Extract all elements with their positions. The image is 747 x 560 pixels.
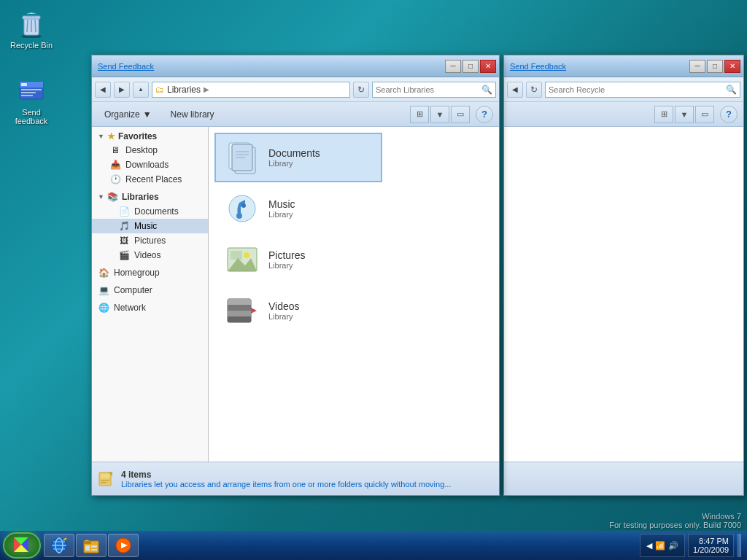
documents-nav-icon: 📄 [118, 206, 130, 217]
nav-desktop[interactable]: 🖥 Desktop [92, 143, 208, 158]
start-button[interactable] [3, 532, 41, 559]
back-button[interactable]: ◀ [95, 82, 111, 98]
recycle-title-bar: Send Feedback ─ □ ✕ [504, 55, 743, 77]
svg-rect-32 [228, 316, 251, 322]
recycle-preview-button[interactable]: ▭ [695, 106, 714, 123]
nav-computer-label: Computer [114, 285, 152, 295]
win7-line1: Windows 7 [609, 512, 741, 521]
recycle-view-toggle-button[interactable]: ⊞ [654, 106, 673, 123]
videos-library-info: Videos Library [268, 300, 300, 321]
help-button[interactable]: ? [476, 106, 493, 123]
status-icon [98, 470, 115, 488]
close-button[interactable]: ✕ [480, 60, 496, 73]
show-desktop-button[interactable] [737, 534, 741, 557]
address-bar: ◀ ▶ ▲ 🗂 Libraries ▶ ↻ 🔍 [92, 77, 499, 102]
videos-library-name: Videos [268, 300, 300, 312]
library-item-videos[interactable]: Videos Library [214, 286, 382, 335]
send-feedback-label: Send feedback [9, 108, 54, 125]
music-library-info: Music Library [268, 198, 295, 219]
view-dropdown-button[interactable]: ▼ [430, 106, 449, 123]
organize-button[interactable]: Organize ▼ [98, 106, 158, 123]
svg-rect-13 [21, 92, 36, 93]
favorites-section: ▼ ★ Favorites 🖥 Desktop 📥 Downloads 🕐 [92, 130, 208, 187]
search-input[interactable] [376, 85, 480, 94]
send-feedback-desktop-icon[interactable]: Send feedback [6, 73, 57, 128]
nav-network[interactable]: 🌐 Network [92, 300, 208, 315]
nav-recent-places-label: Recent Places [125, 174, 182, 184]
recycle-back-button[interactable]: ◀ [507, 82, 523, 98]
view-toggle-button[interactable]: ⊞ [410, 106, 429, 123]
refresh-button[interactable]: ↻ [353, 82, 369, 98]
recycle-status-bar [504, 462, 743, 495]
nav-music[interactable]: 🎵 Music [92, 219, 208, 233]
recycle-bin-icon[interactable]: Recycle Bin [6, 6, 57, 52]
tray-network-icon[interactable]: 📶 [655, 541, 665, 551]
library-item-pictures[interactable]: Pictures Library [214, 235, 382, 284]
taskbar-items [44, 534, 640, 557]
nav-pictures-label: Pictures [134, 236, 166, 246]
address-arrow: ▶ [204, 85, 209, 93]
recycle-send-feedback-link[interactable]: Send Feedback [510, 62, 566, 71]
documents-library-icon [225, 140, 260, 175]
nav-pictures[interactable]: 🖼 Pictures [92, 233, 208, 248]
nav-downloads[interactable]: 📥 Downloads [92, 158, 208, 172]
music-library-type: Library [268, 210, 295, 219]
up-button[interactable]: ▲ [133, 82, 149, 98]
network-section: 🌐 Network [92, 300, 208, 315]
computer-section: 💻 Computer [92, 283, 208, 298]
nav-videos[interactable]: 🎬 Videos [92, 248, 208, 262]
nav-computer[interactable]: 💻 Computer [92, 283, 208, 298]
libraries-window: Send Feedback ─ □ ✕ ◀ ▶ ▲ 🗂 Libraries ▶ … [91, 55, 500, 496]
svg-rect-12 [21, 89, 42, 90]
recycle-bin-window: Send Feedback ─ □ ✕ ◀ ↻ 🔍 ⊞ ▼ ▭ ? [503, 55, 744, 496]
recycle-refresh-button[interactable]: ↻ [526, 82, 542, 98]
address-folder-icon: 🗂 [155, 85, 164, 95]
svg-rect-48 [85, 545, 90, 551]
svg-point-22 [236, 213, 242, 219]
libraries-header[interactable]: ▼ 📚 Libraries [92, 190, 208, 204]
new-library-button[interactable]: New library [164, 106, 221, 123]
recycle-help-button[interactable]: ? [720, 106, 738, 123]
recycle-close-button[interactable]: ✕ [724, 60, 740, 73]
tray-arrow[interactable]: ◀ [646, 541, 652, 551]
recycle-maximize-button[interactable]: □ [707, 60, 723, 73]
nav-pane: ▼ ★ Favorites 🖥 Desktop 📥 Downloads 🕐 [92, 127, 209, 462]
pictures-nav-icon: 🖼 [118, 235, 130, 246]
nav-documents[interactable]: 📄 Documents [92, 204, 208, 219]
library-item-music[interactable]: Music Library [214, 184, 382, 233]
libraries-chevron: ▼ [98, 193, 104, 201]
send-feedback-link[interactable]: Send Feedback [98, 62, 154, 71]
maximize-button[interactable]: □ [462, 60, 479, 73]
status-bar: 4 items Libraries let you access and arr… [92, 462, 499, 495]
status-desc: Libraries let you access and arrange ite… [121, 480, 451, 489]
network-icon: 🌐 [98, 302, 109, 314]
favorites-label: Favorites [118, 131, 157, 141]
desktop: Recycle Bin Send feedback Send Feedback … [0, 0, 747, 560]
nav-recent-places[interactable]: 🕐 Recent Places [92, 172, 208, 187]
recycle-minimize-button[interactable]: ─ [689, 60, 705, 73]
recycle-view-dropdown-button[interactable]: ▼ [675, 106, 694, 123]
nav-homegroup[interactable]: 🏠 Homegroup [92, 265, 208, 280]
svg-rect-30 [228, 305, 251, 311]
recycle-search-input[interactable] [549, 85, 724, 94]
favorites-star-icon: ★ [107, 131, 115, 141]
pictures-library-name: Pictures [268, 249, 306, 261]
taskbar-ie-button[interactable] [44, 534, 74, 557]
downloads-icon: 📥 [109, 159, 121, 171]
taskbar-media-button[interactable] [108, 534, 139, 557]
forward-button[interactable]: ▶ [114, 82, 130, 98]
preview-button[interactable]: ▭ [451, 106, 470, 123]
favorites-header[interactable]: ▼ ★ Favorites [92, 130, 208, 143]
clock[interactable]: 8:47 PM 1/20/2009 [688, 534, 734, 557]
title-bar: Send Feedback ─ □ ✕ [92, 55, 499, 77]
recent-places-icon: 🕐 [109, 174, 121, 185]
taskbar-explorer-button[interactable] [76, 534, 107, 557]
recycle-search-icon[interactable]: 🔍 [726, 85, 737, 95]
library-item-documents[interactable]: Documents Library [214, 133, 382, 182]
minimize-button[interactable]: ─ [445, 60, 461, 73]
address-path[interactable]: 🗂 Libraries ▶ [152, 82, 350, 98]
search-icon[interactable]: 🔍 [481, 85, 492, 95]
nav-documents-label: Documents [134, 206, 179, 217]
tray-sound-icon[interactable]: 🔊 [668, 541, 678, 551]
organize-label: Organize [104, 109, 140, 120]
